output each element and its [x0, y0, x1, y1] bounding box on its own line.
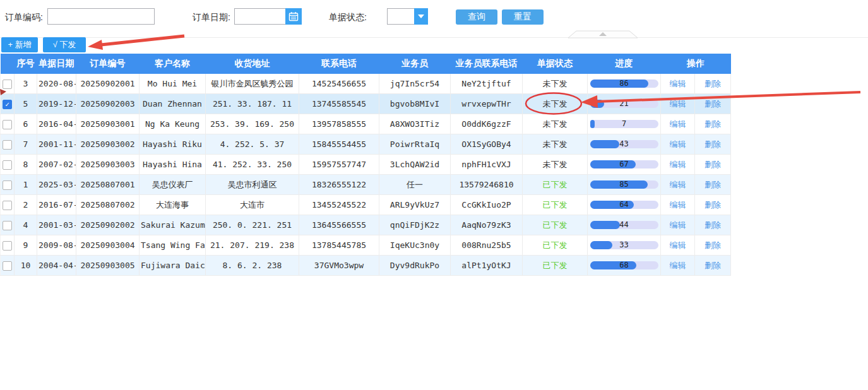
delete-cell: 删除 [695, 195, 731, 215]
delete-link[interactable]: 删除 [705, 119, 721, 129]
salesman-phone-cell: AaqNo79zK3 [451, 215, 523, 235]
doc-date-cell: 2001-03-02 [37, 215, 76, 235]
add-button[interactable]: + 新增 [1, 37, 38, 52]
query-button[interactable]: 查询 [456, 9, 497, 25]
table-row: 92009-08-2720250903004Tsang Wing Fat21. … [1, 235, 731, 256]
progress-cell: 33 [588, 235, 661, 256]
header-doc-date: 单据日期 [37, 54, 76, 74]
row-checkbox[interactable] [3, 160, 12, 170]
delete-link[interactable]: 删除 [705, 200, 721, 210]
customer-cell: Duan Zhennan [140, 94, 206, 114]
doc-status-select[interactable] [387, 8, 415, 25]
checkbox-cell [1, 195, 15, 215]
edit-cell: 编辑 [661, 114, 695, 134]
edit-link[interactable]: 编辑 [670, 200, 686, 210]
salesman-cell: bgvob8MIvI [379, 94, 451, 114]
address-cell: 8. 6. 2. 238 [206, 256, 299, 276]
delete-link[interactable]: 删除 [705, 99, 721, 109]
salesman-cell: 3LchQAW2id [379, 155, 451, 175]
checkbox-cell [1, 155, 15, 175]
salesman-cell: Dyv9dRukPo [379, 256, 451, 276]
delete-link[interactable]: 删除 [705, 180, 721, 189]
order-code-input[interactable] [47, 8, 155, 25]
progress-cell: 21 [588, 94, 661, 114]
order-no-cell: 20250903002 [76, 134, 140, 155]
checkbox-cell: ✓ [1, 94, 15, 114]
phone-cell: 18326555122 [299, 175, 379, 195]
calendar-button[interactable] [285, 8, 302, 25]
seq-cell: 7 [15, 134, 37, 155]
header-seq: 序号 [15, 54, 37, 74]
row-checkbox[interactable] [3, 140, 12, 150]
progress-cell: 67 [588, 155, 661, 175]
progress-bar: 64 [590, 201, 658, 209]
phone-cell: 13745585545 [299, 94, 379, 114]
seq-cell: 1 [15, 175, 37, 195]
reset-button[interactable]: 重置 [502, 9, 544, 25]
customer-cell: Fujiwara Daichi [140, 256, 206, 276]
delete-link[interactable]: 删除 [705, 160, 721, 169]
status-cell: 未下发 [523, 114, 588, 134]
edit-link[interactable]: 编辑 [670, 240, 686, 250]
phone-cell: 13455245522 [299, 195, 379, 215]
phone-cell: 13785445785 [299, 235, 379, 256]
dispatch-button[interactable]: √ 下发 [43, 37, 86, 52]
status-cell: 未下发 [523, 94, 588, 114]
address-cell: 4. 252. 5. 37 [206, 134, 299, 155]
status-cell: 已下发 [523, 175, 588, 195]
delete-link[interactable]: 删除 [705, 79, 721, 88]
phone-cell: 37GVMo3wpw [299, 256, 379, 276]
edit-link[interactable]: 编辑 [670, 119, 686, 129]
edit-cell: 编辑 [661, 235, 695, 256]
edit-link[interactable]: 编辑 [670, 99, 686, 109]
delete-link[interactable]: 删除 [705, 261, 721, 270]
delete-cell: 删除 [695, 155, 731, 175]
address-cell: 253. 39. 169. 250 [206, 114, 299, 134]
edit-link[interactable]: 编辑 [670, 160, 686, 169]
edit-link[interactable]: 编辑 [670, 180, 686, 189]
header-order-no: 订单编号 [76, 54, 140, 74]
seq-cell: 10 [15, 256, 37, 276]
delete-cell: 删除 [695, 114, 731, 134]
edit-cell: 编辑 [661, 134, 695, 155]
table-row: 12025-03-2920250807001吴忠仪表厂吴忠市利通区1832655… [1, 175, 731, 195]
edit-link[interactable]: 编辑 [670, 261, 686, 270]
status-cell: 已下发 [523, 235, 588, 256]
progress-cell: 64 [588, 195, 661, 215]
doc-date-cell: 2019-12-30 [37, 94, 76, 114]
salesman-phone-cell: alPt1yOtKJ [451, 256, 523, 276]
header-actions: 操作 [661, 54, 731, 74]
table-row: 82007-02-0620250903003Hayashi Hina41. 25… [1, 155, 731, 175]
progress-bar: 21 [590, 100, 658, 108]
row-checkbox[interactable] [3, 261, 12, 271]
row-checkbox[interactable] [3, 221, 12, 230]
doc-status-label: 单据状态: [329, 12, 367, 23]
header-phone: 联系电话 [299, 54, 379, 74]
progress-bar: 68 [590, 261, 658, 269]
doc-date-cell: 2025-03-29 [37, 175, 76, 195]
order-management-page: 订单编码: 订单日期: 单据状态: 查询 重置 + 新增 √ 下发 [0, 0, 868, 390]
customer-cell: Mo Hui Mei [140, 74, 206, 94]
edit-link[interactable]: 编辑 [670, 220, 686, 230]
delete-cell: 删除 [695, 94, 731, 114]
progress-cell: 44 [588, 215, 661, 235]
edit-link[interactable]: 编辑 [670, 139, 686, 149]
phone-cell: 15957557747 [299, 155, 379, 175]
edit-link[interactable]: 编辑 [670, 79, 686, 88]
doc-status-dropdown-button[interactable] [414, 8, 428, 25]
row-checkbox[interactable] [3, 180, 12, 190]
customer-cell: Hayashi Riku [140, 134, 206, 155]
checkbox-cell [1, 235, 15, 256]
delete-link[interactable]: 删除 [705, 139, 721, 149]
row-checkbox[interactable] [3, 241, 12, 251]
seq-cell: 8 [15, 155, 37, 175]
order-no-cell: 20250903004 [76, 235, 140, 256]
row-checkbox[interactable]: ✓ [3, 100, 12, 109]
delete-link[interactable]: 删除 [705, 220, 721, 230]
delete-link[interactable]: 删除 [705, 240, 721, 250]
row-checkbox[interactable] [3, 80, 12, 89]
address-cell: 大连市 [206, 195, 299, 215]
row-checkbox[interactable] [3, 120, 12, 129]
row-checkbox[interactable] [3, 201, 12, 210]
order-date-input[interactable] [234, 8, 286, 25]
